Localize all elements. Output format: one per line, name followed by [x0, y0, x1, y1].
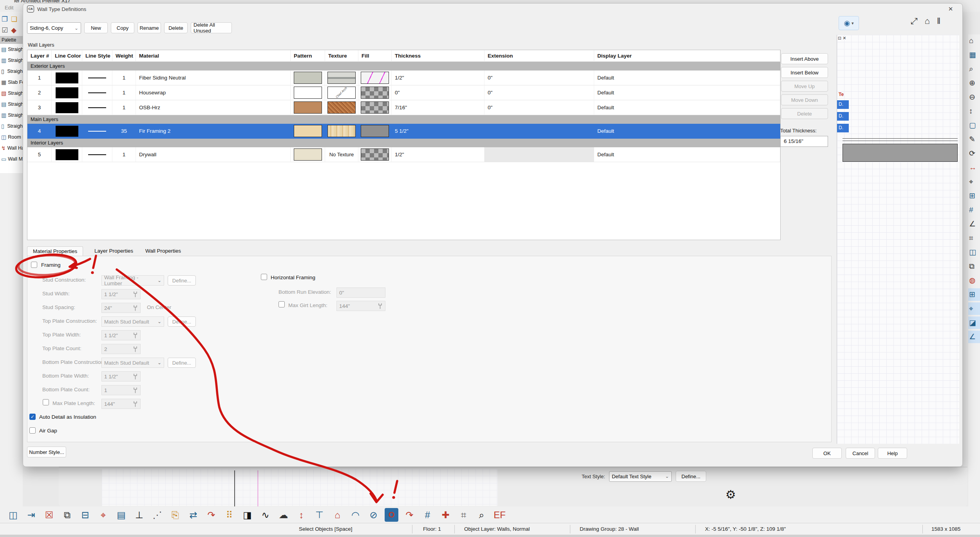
- delete-button[interactable]: Delete: [164, 22, 188, 33]
- max-girt-length-field[interactable]: 144": [336, 301, 385, 311]
- export-door-icon[interactable]: ⇥: [24, 508, 38, 522]
- palette-item-straigh[interactable]: ▥Straigh: [0, 55, 23, 66]
- wrench-icon[interactable]: [133, 305, 138, 311]
- display-layer-value[interactable]: Default: [594, 147, 780, 162]
- number-style-button[interactable]: Number Style...: [27, 447, 66, 457]
- top-plate-width-field[interactable]: 1 1/2": [101, 330, 141, 340]
- fill-cell[interactable]: [358, 100, 392, 115]
- line-weight[interactable]: 1: [112, 71, 136, 85]
- open-folder-icon[interactable]: ❏: [11, 15, 17, 24]
- bottom-plate-define-button[interactable]: Define...: [168, 358, 196, 368]
- match-properties-icon[interactable]: ▤: [114, 508, 128, 522]
- input-line-icon[interactable]: ⋰: [150, 508, 164, 522]
- grid-snap-icon[interactable]: #: [421, 508, 434, 522]
- material-name[interactable]: OSB-Hrz: [136, 100, 291, 115]
- total-thickness-field[interactable]: 6 15/16": [780, 136, 828, 147]
- wall-type-select[interactable]: Siding-6, Copy ⌄: [27, 22, 81, 34]
- gear-icon[interactable]: ⚙: [725, 488, 736, 501]
- oval-tool-icon[interactable]: O: [385, 508, 398, 522]
- material-name[interactable]: Housewrap: [136, 85, 291, 100]
- multiple-copy-icon[interactable]: ⊟: [78, 508, 92, 522]
- palette-item-wallha[interactable]: ↯Wall Ha: [0, 143, 23, 154]
- col-header-texture[interactable]: Texture: [325, 50, 358, 62]
- palette-item-straigh[interactable]: ▯Straigh: [0, 121, 23, 132]
- bottom-plate-count-field[interactable]: 1: [101, 385, 141, 395]
- reverse-display-icon[interactable]: ◨: [240, 508, 254, 522]
- wrench-icon[interactable]: [133, 346, 138, 352]
- array-copy-icon[interactable]: ⠿: [222, 508, 236, 522]
- col-header-material[interactable]: Material: [136, 50, 291, 62]
- palette-item-straigh[interactable]: ▧Straigh: [0, 88, 23, 99]
- zoom-out-icon[interactable]: ⊖: [968, 91, 980, 103]
- fill-cell[interactable]: [358, 85, 392, 100]
- col-header-line-style[interactable]: Line Style: [82, 50, 112, 62]
- fill-cell[interactable]: [358, 124, 392, 139]
- material-icon[interactable]: ◍: [968, 274, 980, 287]
- texture-cell[interactable]: [325, 71, 358, 85]
- building-view-icon[interactable]: ◆: [11, 26, 16, 34]
- layer-grid-icon[interactable]: ▦: [968, 49, 980, 61]
- texture-cell[interactable]: Chief Arch: [325, 85, 358, 100]
- panel-sliver-item[interactable]: D.: [837, 112, 849, 121]
- top-plate-define-button[interactable]: Define...: [168, 316, 196, 327]
- palette-item-straigh[interactable]: ▤Straigh: [0, 44, 23, 55]
- new-plan-icon[interactable]: ❐: [2, 15, 8, 24]
- thickness-value[interactable]: 7/16": [392, 100, 485, 115]
- preview-select-tool-button[interactable]: ◉ ▾: [839, 16, 859, 30]
- palette-item-straigh[interactable]: ▯Straigh: [0, 66, 23, 77]
- max-plate-length-checkbox[interactable]: [43, 399, 49, 405]
- ok-button[interactable]: OK: [812, 448, 842, 459]
- col-header-weight[interactable]: Weight: [112, 50, 136, 62]
- wrench-icon[interactable]: [133, 401, 138, 407]
- house-tool-icon[interactable]: ⌂: [331, 508, 344, 522]
- stud-construction-define-button[interactable]: Define...: [168, 275, 196, 286]
- line-color-cell[interactable]: [52, 100, 82, 115]
- line-weight[interactable]: 1: [112, 100, 136, 115]
- top-plate-construction-select[interactable]: Match Stud Default ⌄: [101, 316, 164, 327]
- grid-icon[interactable]: #: [968, 204, 980, 216]
- tab-wall-properties[interactable]: Wall Properties: [140, 246, 186, 256]
- plan-canvas-fragment[interactable]: [102, 469, 497, 506]
- snap-point-icon[interactable]: ⌖: [968, 302, 980, 315]
- delete-all-unused-button[interactable]: Delete All Unused: [191, 22, 232, 33]
- palette-item-straigh[interactable]: ▥Straigh: [0, 110, 23, 121]
- max-plate-length-field[interactable]: 144": [101, 399, 141, 409]
- help-button[interactable]: Help: [878, 448, 907, 459]
- col-header-pattern[interactable]: Pattern: [291, 50, 325, 62]
- wall-icon[interactable]: ◫: [968, 246, 980, 259]
- point-icon[interactable]: ⌖: [968, 175, 980, 188]
- thickness-value[interactable]: 1/2": [392, 71, 485, 85]
- hatch-icon[interactable]: ⌗: [968, 232, 980, 244]
- curve-arrow-icon[interactable]: ↷: [403, 508, 416, 522]
- col-header-fill[interactable]: Fill: [358, 50, 392, 62]
- line-style-cell[interactable]: [82, 100, 112, 115]
- insert-above-button[interactable]: Insert Above: [781, 53, 828, 64]
- window-icon[interactable]: ⊞: [968, 190, 980, 202]
- palette-item-straigh[interactable]: ▤Straigh: [0, 99, 23, 110]
- wrench-icon[interactable]: [378, 303, 383, 309]
- horizontal-framing-checkbox[interactable]: [261, 274, 267, 280]
- framing-checkbox[interactable]: [31, 262, 37, 268]
- flip-icon[interactable]: ↷: [204, 508, 218, 522]
- wrench-icon[interactable]: [133, 333, 138, 338]
- copy-icon[interactable]: ⧉: [968, 260, 980, 273]
- col-header-line-color[interactable]: Line Color: [52, 50, 82, 62]
- tangent-circle-icon[interactable]: ⊘: [367, 508, 380, 522]
- bottom-plate-construction-select[interactable]: Match Stud Default ⌄: [101, 358, 164, 368]
- plan-view-icon[interactable]: ⌂: [925, 16, 930, 26]
- tee-tool-icon[interactable]: ⊤: [313, 508, 326, 522]
- close-icon[interactable]: ✕: [946, 5, 955, 13]
- select-box-icon[interactable]: ▢: [968, 119, 980, 132]
- snap-object-icon[interactable]: ◪: [968, 316, 980, 329]
- angle-icon[interactable]: ∠: [968, 218, 980, 230]
- move-down-button[interactable]: Move Down: [781, 94, 828, 105]
- line-style-cell[interactable]: [82, 85, 112, 100]
- thickness-value[interactable]: 0": [392, 85, 485, 100]
- break-line-icon[interactable]: ∿: [259, 508, 272, 522]
- select-check-icon[interactable]: ☑: [2, 26, 8, 34]
- col-header-thickness[interactable]: Thickness: [392, 50, 485, 62]
- stud-spacing-field[interactable]: 24": [101, 303, 141, 313]
- extension-value[interactable]: 0": [485, 100, 594, 115]
- tab-layer-properties[interactable]: Layer Properties: [89, 246, 139, 256]
- thickness-value[interactable]: 5 1/2": [392, 124, 485, 139]
